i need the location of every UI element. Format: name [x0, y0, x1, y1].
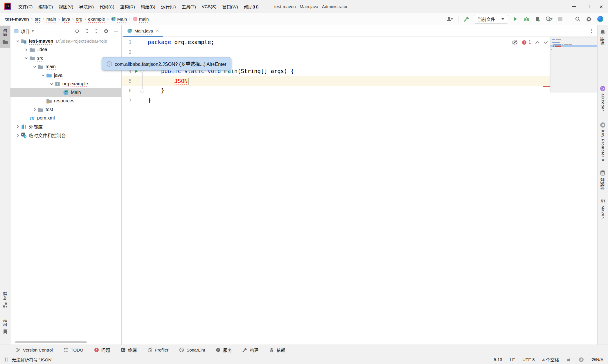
bottom-bar-item-problems[interactable]: 问题 [94, 347, 110, 353]
menu-item-vcs[interactable]: VCS(S) [199, 0, 220, 13]
bottom-bar-item-profiler[interactable]: Profiler [147, 347, 169, 352]
code-line-7[interactable]: 7} [122, 95, 597, 105]
collapse-all-icon[interactable] [94, 29, 99, 33]
breadcrumb-item-project[interactable]: test-maven [5, 17, 29, 22]
eye-slash-icon[interactable] [512, 40, 518, 45]
menu-item-run[interactable]: 运行(U) [158, 0, 179, 13]
menu-item-help[interactable]: 帮助(H) [241, 0, 262, 13]
left-bar-item-structure[interactable]: 结构 [0, 289, 10, 311]
tree-row-external-libraries[interactable]: 外部库 [10, 122, 121, 131]
encoding-widget[interactable]: UTF-8 [522, 357, 535, 362]
chevron-down-icon[interactable] [48, 82, 55, 86]
breadcrumb-item-example[interactable]: example [88, 17, 105, 22]
left-bar-item-project[interactable]: 项目 [0, 26, 10, 48]
fold-region-end-icon[interactable] [140, 89, 144, 93]
error-stripe-marker[interactable] [543, 86, 550, 87]
chevron-right-icon[interactable] [31, 108, 38, 111]
build-project-button[interactable] [463, 15, 471, 23]
menu-item-view[interactable]: 视图(V) [56, 0, 76, 13]
debug-button[interactable] [522, 15, 531, 23]
horizontal-scrollbar-thumb[interactable] [15, 341, 87, 343]
menu-item-build[interactable]: 构建(B) [138, 0, 158, 13]
stop-button[interactable] [556, 15, 565, 23]
right-bar-item-aixcoder[interactable]: XaiXcoder [598, 83, 608, 114]
breadcrumb-item-org[interactable]: org [76, 17, 82, 22]
tree-row-resources[interactable]: resources [10, 97, 121, 106]
settings-button[interactable] [584, 15, 593, 23]
chevron-right-icon[interactable] [15, 125, 21, 128]
highlight-off-circle-icon[interactable] [579, 357, 584, 362]
menu-item-edit[interactable]: 编辑(E) [35, 0, 56, 13]
tree-row-test[interactable]: test [10, 105, 121, 114]
breadcrumb-item-main-class[interactable]: CMain [111, 17, 127, 22]
code-line-5[interactable]: 5 JSON [122, 76, 597, 86]
editor-content[interactable]: 1package org.example;23public class Main… [122, 37, 597, 345]
profiler-button[interactable] [545, 15, 553, 23]
tree-row-main-class[interactable]: CMain [10, 88, 121, 97]
run-configuration-select[interactable]: 当前文件 [474, 15, 508, 23]
menu-item-file[interactable]: 文件(F) [15, 0, 35, 13]
code-line-2[interactable]: 2 [122, 47, 597, 57]
breadcrumb-item-main-method[interactable]: mmain [133, 17, 149, 22]
right-bar-item-key-promoter[interactable]: Key Promoter X [598, 119, 608, 164]
menu-item-tools[interactable]: 工具(T) [179, 0, 199, 13]
bottom-bar-item-dependencies[interactable]: 依赖 [269, 347, 285, 353]
bottom-bar-item-services[interactable]: 服务 [216, 347, 232, 353]
tool-window-switcher-icon[interactable] [3, 357, 8, 362]
editor-minimap[interactable] [550, 37, 597, 92]
bottom-bar-item-build[interactable]: 构建 [242, 347, 258, 353]
bottom-bar-item-terminal[interactable]: 终端 [121, 347, 137, 353]
select-opened-file-icon[interactable] [75, 29, 80, 34]
search-everywhere-button[interactable] [573, 15, 582, 23]
memory-indicator-widget[interactable]: Ø/N/A [591, 357, 603, 362]
indent-widget[interactable]: 4 个空格 [542, 356, 559, 363]
menu-item-window[interactable]: 窗口(W) [219, 0, 241, 13]
right-bar-item-notifications[interactable]: 通知 [598, 26, 608, 48]
tree-row-idea[interactable]: .idea [10, 46, 121, 54]
caret-position-widget[interactable]: 5:13 [494, 357, 502, 362]
lock-open-icon[interactable] [566, 357, 571, 362]
menu-item-navigate[interactable]: 导航(N) [76, 0, 97, 13]
chevron-down-icon[interactable] [15, 39, 21, 43]
menu-item-refactor[interactable]: 重构(R) [117, 0, 138, 13]
chevron-right-icon[interactable] [23, 48, 29, 52]
bottom-bar-item-sonarlint[interactable]: SonarLint [179, 347, 205, 352]
minimize-button[interactable] [567, 0, 581, 13]
chevron-down-icon[interactable] [40, 73, 46, 77]
next-error-chevron-icon[interactable] [544, 41, 548, 44]
bottom-bar-item-todo[interactable]: TODO [64, 347, 83, 352]
run-button[interactable] [511, 15, 519, 23]
right-bar-item-maven[interactable]: mMaven [598, 195, 608, 222]
line-ending-widget[interactable]: LF [510, 357, 515, 362]
left-bar-item-bookmarks[interactable]: 书签 [0, 316, 10, 338]
menu-item-code[interactable]: 代码(C) [97, 0, 117, 13]
chevron-right-icon[interactable] [15, 133, 21, 137]
project-panel-title[interactable]: 项目 [21, 28, 30, 34]
maximize-button[interactable] [581, 0, 594, 13]
close-tab-icon[interactable]: × [156, 28, 159, 33]
bottom-bar-item-version-control[interactable]: Version Control [16, 347, 53, 352]
expand-all-icon[interactable] [84, 29, 89, 33]
breadcrumb-item-src[interactable]: src [35, 17, 41, 22]
chevron-down-icon[interactable] [31, 65, 38, 69]
close-button[interactable]: × [594, 0, 608, 13]
editor-tab-main-java[interactable]: C Main.java × [123, 25, 163, 37]
user-account-button[interactable] [445, 15, 454, 23]
tree-row-root[interactable]: test-mavenD:\IdeaProjects\IdeaProje [10, 37, 121, 46]
tree-row-pom[interactable]: mpom.xml [10, 114, 121, 123]
run-with-coverage-button[interactable] [533, 15, 542, 23]
breadcrumb-item-main-dir[interactable]: main [46, 17, 56, 22]
hide-panel-icon[interactable] [114, 29, 118, 33]
tree-row-org-example[interactable]: org.example [10, 80, 121, 88]
right-bar-item-database[interactable]: 数据库 [598, 167, 608, 193]
previous-error-chevron-icon[interactable] [535, 41, 539, 44]
tree-row-java[interactable]: java [10, 71, 121, 80]
ide-features-trainer-button[interactable] [596, 15, 605, 23]
tree-row-scratches[interactable]: 临时文件和控制台 [10, 131, 121, 140]
panel-settings-gear-icon[interactable] [104, 29, 109, 34]
more-options-icon[interactable] [590, 28, 593, 35]
error-badge-icon[interactable] [522, 40, 527, 45]
breadcrumb-item-java[interactable]: java [62, 17, 70, 22]
code-line-6[interactable]: 6 } [122, 86, 597, 95]
chevron-down-icon[interactable] [23, 56, 29, 60]
